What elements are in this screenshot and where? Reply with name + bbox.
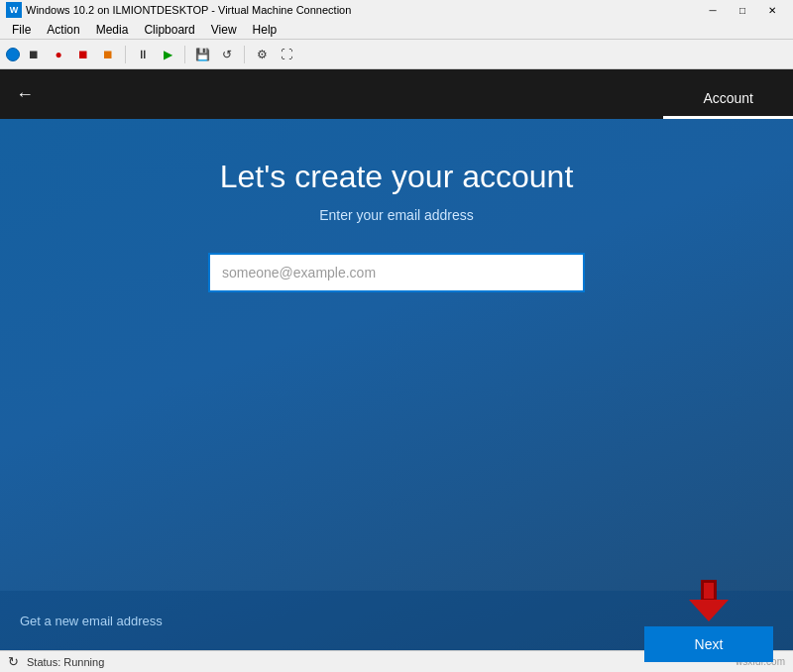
page-heading: Let's create your account — [220, 159, 574, 195]
status-text: Status: Running — [27, 656, 104, 668]
email-input-container — [208, 253, 585, 292]
tab-account[interactable]: Account — [663, 69, 793, 119]
vm-window: ← Account Let's create your account Ente… — [0, 69, 793, 650]
vm-content: Let's create your account Enter your ema… — [0, 119, 793, 650]
refresh-icon[interactable]: ↻ — [8, 654, 19, 669]
titlebar: W Windows 10.2 on ILMIONTDESKTOP - Virtu… — [0, 0, 793, 20]
page-subheading: Enter your email address — [319, 207, 474, 223]
play-button[interactable]: ▶ — [157, 44, 178, 65]
down-arrow-icon — [689, 579, 729, 622]
orange-btn[interactable]: ⏹ — [97, 44, 119, 65]
toolbar: ⏹ ● ⏹ ⏹ ⏸ ▶ 💾 ↺ ⚙ ⛶ — [0, 40, 793, 69]
stop-button[interactable]: ⏹ — [23, 44, 45, 65]
arrow-annotation — [689, 579, 729, 622]
record-button[interactable]: ● — [48, 44, 69, 65]
vm-tab-area: Account — [663, 69, 793, 119]
menu-media[interactable]: Media — [88, 20, 137, 40]
settings-button[interactable]: ⚙ — [251, 44, 273, 65]
red-stop-button[interactable]: ⏹ — [72, 44, 94, 65]
arrow-head — [689, 600, 729, 621]
menubar: File Action Media Clipboard View Help — [0, 20, 793, 40]
vm-topbar: ← Account — [0, 69, 793, 119]
save-snapshot-button[interactable]: 💾 — [191, 44, 213, 65]
separator-1 — [125, 46, 126, 63]
email-input[interactable] — [208, 253, 585, 292]
app-icon: W — [6, 2, 22, 18]
status-left: ↻ Status: Running — [8, 654, 104, 669]
menu-file[interactable]: File — [4, 20, 39, 40]
get-new-email-link[interactable]: Get a new email address — [20, 614, 163, 628]
next-button[interactable]: Next — [644, 626, 773, 662]
close-button[interactable]: ✕ — [757, 0, 787, 20]
menu-clipboard[interactable]: Clipboard — [136, 20, 202, 40]
back-button[interactable]: ← — [16, 84, 34, 105]
restore-button[interactable]: ↺ — [216, 44, 238, 65]
maximize-button[interactable]: □ — [728, 0, 757, 20]
fullscreen-button[interactable]: ⛶ — [276, 44, 297, 65]
vm-icon — [6, 48, 20, 61]
arrow-body — [701, 580, 717, 602]
minimize-button[interactable]: ─ — [698, 0, 728, 20]
menu-help[interactable]: Help — [245, 20, 285, 40]
window-controls: ─ □ ✕ — [698, 0, 787, 20]
separator-3 — [244, 46, 245, 63]
menu-action[interactable]: Action — [39, 20, 87, 40]
separator-2 — [184, 46, 185, 63]
window-title: Windows 10.2 on ILMIONTDESKTOP - Virtual… — [26, 4, 698, 16]
pause-button[interactable]: ⏸ — [132, 44, 154, 65]
next-button-area: Next — [644, 579, 773, 662]
vm-bottom: Get a new email address Next — [0, 591, 793, 650]
menu-view[interactable]: View — [203, 20, 245, 40]
